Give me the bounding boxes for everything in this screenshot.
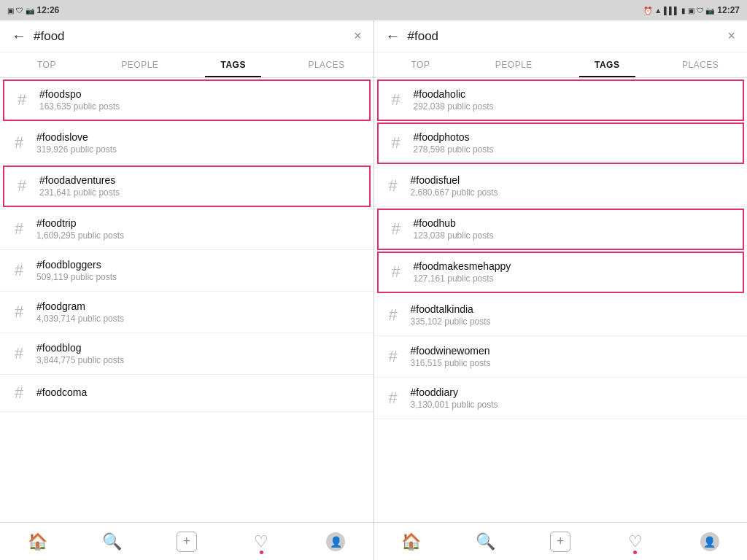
- tag-name: #foodspo: [39, 88, 120, 100]
- bottom-nav-right: 🏠 🔍 + ♡ 👤: [374, 522, 748, 560]
- tag-count: 4,039,714 public posts: [36, 314, 124, 324]
- tag-name: #foodtalkindia: [411, 303, 491, 315]
- profile-icon-right: 👤: [700, 532, 719, 551]
- panel-right: ← #food × TOP PEOPLE TAGS PLACES ##fooda…: [374, 20, 748, 560]
- tag-count: 123,038 public posts: [414, 230, 494, 241]
- status-time-right: 12:27: [717, 5, 740, 15]
- tag-info: #foodisfuel2,680,667 public posts: [411, 174, 498, 198]
- tab-places-left[interactable]: PLACES: [280, 52, 374, 77]
- tag-item-left-1[interactable]: ##foodislove319,926 public posts: [0, 122, 374, 164]
- hash-icon: #: [12, 344, 26, 363]
- tag-count: 509,119 public posts: [36, 272, 117, 282]
- tag-item-right-1[interactable]: ##foodphotos278,598 public posts: [377, 122, 745, 164]
- tag-name: #foodadventures: [39, 174, 120, 186]
- tag-count: 278,598 public posts: [414, 144, 494, 155]
- tag-item-left-2[interactable]: ##foodadventures231,641 public posts: [3, 166, 371, 207]
- tag-name: #foodblog: [36, 342, 124, 354]
- tag-item-right-2[interactable]: ##foodisfuel2,680,667 public posts: [374, 166, 748, 207]
- tag-count: 163,635 public posts: [39, 101, 120, 112]
- tag-count: 292,038 public posts: [414, 101, 494, 112]
- status-bar-left: ▣ 🛡 📷 12:26: [7, 5, 59, 15]
- tag-name: #foodtrip: [36, 217, 124, 229]
- tags-list-left: ##foodspo163,635 public posts##foodislov…: [0, 78, 374, 522]
- nav-profile-right[interactable]: 👤: [673, 523, 747, 560]
- add-icon-right: +: [550, 532, 570, 552]
- back-button-left[interactable]: ←: [12, 28, 26, 44]
- tag-item-left-3[interactable]: ##foodtrip1,609,295 public posts: [0, 209, 374, 250]
- tag-info: #foodwinewomen316,515 public posts: [411, 345, 491, 368]
- nav-add-left[interactable]: +: [150, 523, 224, 560]
- tab-people-right[interactable]: PEOPLE: [467, 52, 560, 77]
- tag-item-left-5[interactable]: ##foodgram4,039,714 public posts: [0, 292, 374, 333]
- hash-icon: #: [12, 219, 26, 238]
- likes-icon-left: ♡: [254, 532, 268, 551]
- nav-profile-left[interactable]: 👤: [298, 523, 373, 560]
- tag-name: #foodbloggers: [36, 259, 117, 271]
- tag-info: #fooddiary3,130,001 public posts: [411, 386, 498, 410]
- hash-icon: #: [389, 90, 403, 109]
- close-button-left[interactable]: ×: [354, 28, 362, 44]
- tag-count: 231,641 public posts: [39, 187, 120, 198]
- tab-tags-right[interactable]: TAGS: [560, 52, 654, 77]
- tag-name: #foodaholic: [414, 88, 494, 100]
- tag-info: #foodphotos278,598 public posts: [414, 131, 494, 155]
- nav-search-right[interactable]: 🔍: [449, 523, 523, 560]
- search-header-left: ← #food ×: [0, 20, 374, 52]
- hash-icon: #: [386, 347, 400, 366]
- tab-top-right[interactable]: TOP: [374, 52, 468, 77]
- tag-info: #foodbloggers509,119 public posts: [36, 259, 117, 282]
- tab-people-left[interactable]: PEOPLE: [93, 52, 187, 77]
- close-button-right[interactable]: ×: [727, 28, 735, 44]
- tab-tags-left[interactable]: TAGS: [187, 52, 280, 77]
- tag-count: 1,609,295 public posts: [36, 230, 124, 241]
- tags-list-right: ##foodaholic292,038 public posts##foodph…: [374, 78, 748, 522]
- nav-add-right[interactable]: +: [523, 523, 597, 560]
- tag-info: #foodgram4,039,714 public posts: [36, 300, 124, 324]
- nav-search-left[interactable]: 🔍: [74, 523, 149, 560]
- likes-dot-right: [633, 551, 637, 554]
- search-icon-left: 🔍: [102, 532, 122, 551]
- tag-item-right-3[interactable]: ##foodhub123,038 public posts: [377, 209, 745, 250]
- hash-icon: #: [15, 90, 29, 109]
- bottom-nav-left: 🏠 🔍 + ♡ 👤: [0, 522, 374, 560]
- likes-dot-left: [260, 551, 263, 554]
- tag-info: #foodhub123,038 public posts: [414, 217, 494, 241]
- hash-icon: #: [389, 262, 403, 281]
- hash-icon: #: [12, 303, 26, 322]
- hash-icon: #: [12, 261, 26, 280]
- tag-item-left-7[interactable]: ##foodcoma: [0, 375, 374, 412]
- tag-item-right-7[interactable]: ##fooddiary3,130,001 public posts: [374, 378, 748, 419]
- nav-home-left[interactable]: 🏠: [0, 523, 74, 560]
- tag-name: #foodphotos: [414, 131, 494, 143]
- tag-item-left-6[interactable]: ##foodblog3,844,775 public posts: [0, 333, 374, 375]
- hash-icon: #: [389, 133, 403, 152]
- tag-item-left-0[interactable]: ##foodspo163,635 public posts: [3, 79, 371, 121]
- tag-item-right-0[interactable]: ##foodaholic292,038 public posts: [377, 79, 745, 121]
- status-time-left: 12:26: [37, 5, 60, 15]
- tab-places-right[interactable]: PLACES: [654, 52, 747, 77]
- tag-item-left-4[interactable]: ##foodbloggers509,119 public posts: [0, 250, 374, 292]
- tag-info: #foodcoma: [36, 386, 87, 400]
- tag-name: #fooddiary: [411, 386, 498, 398]
- nav-likes-right[interactable]: ♡: [597, 523, 672, 560]
- tag-item-right-5[interactable]: ##foodtalkindia335,102 public posts: [374, 295, 748, 336]
- phones-container: ← #food × TOP PEOPLE TAGS PLACES ##foods…: [0, 20, 747, 560]
- tag-info: #foodblog3,844,775 public posts: [36, 342, 124, 365]
- tag-info: #foodmakesmehappy127,161 public posts: [414, 260, 511, 284]
- tag-count: 316,515 public posts: [411, 358, 491, 368]
- tag-name: #foodmakesmehappy: [414, 260, 511, 272]
- tag-item-right-4[interactable]: ##foodmakesmehappy127,161 public posts: [377, 252, 745, 293]
- nav-likes-left[interactable]: ♡: [224, 523, 298, 560]
- nav-home-right[interactable]: 🏠: [374, 523, 449, 560]
- tag-name: #foodgram: [36, 300, 124, 312]
- tag-name: #foodcoma: [36, 386, 87, 398]
- back-button-right[interactable]: ←: [386, 28, 400, 44]
- tab-top-left[interactable]: TOP: [0, 52, 93, 77]
- status-icons-right: ⏰ ▲ ▌▌▌ ▮ ▣ 🛡 📷: [643, 7, 714, 15]
- hash-icon: #: [386, 176, 400, 195]
- hash-icon: #: [386, 306, 400, 324]
- add-icon-left: +: [177, 532, 197, 552]
- status-icons-left: ▣ 🛡 📷: [7, 7, 34, 15]
- tag-info: #foodspo163,635 public posts: [39, 88, 120, 112]
- tag-item-right-6[interactable]: ##foodwinewomen316,515 public posts: [374, 336, 748, 378]
